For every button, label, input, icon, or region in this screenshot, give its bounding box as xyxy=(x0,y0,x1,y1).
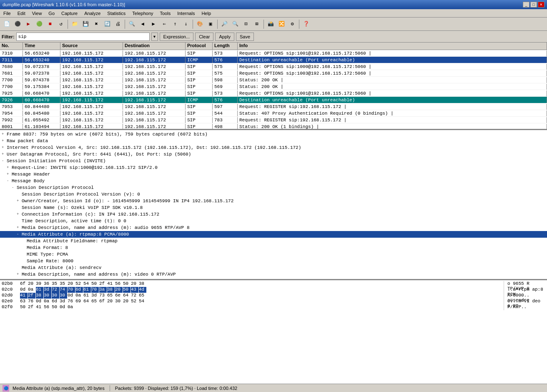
menu-item-help[interactable]: Help xyxy=(198,9,214,17)
menu-item-internals[interactable]: Internals xyxy=(174,9,198,17)
detail-row[interactable]: +User Datagram Protocol, Src Port: 6441 … xyxy=(0,151,547,158)
table-row[interactable]: 7680 59.072378 192.168.115.172 192.168.1… xyxy=(0,63,547,70)
new-capture-button[interactable]: 📄 xyxy=(2,19,12,29)
detail-row[interactable]: MIME Type: PCMA xyxy=(0,251,547,258)
table-row[interactable]: 7954 60.845480 192.168.115.172 192.168.1… xyxy=(0,110,547,117)
minimize-button[interactable]: _ xyxy=(523,2,529,8)
hex-pane[interactable]: 02b0 6f2039363535205254502f4156502038 o … xyxy=(0,280,547,384)
refresh-button[interactable]: ↺ xyxy=(56,19,66,29)
detail-row[interactable]: +Media Description, name and address (m)… xyxy=(0,224,547,231)
table-row[interactable]: 7311 56.653240 192.168.115.172 192.168.1… xyxy=(0,57,547,63)
print-button[interactable]: 🖨 xyxy=(113,19,123,29)
cell-proto: ICMP xyxy=(186,97,213,103)
menu-item-tools[interactable]: Tools xyxy=(157,9,174,17)
expand-icon[interactable]: - xyxy=(2,159,7,163)
close-file-button[interactable]: ✖ xyxy=(91,19,101,29)
expand-icon[interactable]: + xyxy=(17,199,22,203)
apply-button[interactable]: Apply xyxy=(215,33,234,41)
expand-icon[interactable]: - xyxy=(12,186,17,190)
expand-icon[interactable]: + xyxy=(17,272,22,276)
capture-start-button[interactable]: ⚫ xyxy=(13,19,23,29)
open-button[interactable]: 📁 xyxy=(70,19,80,29)
expand-icon[interactable]: + xyxy=(2,132,7,136)
table-row[interactable]: 7992 61.055492 192.168.115.172 192.168.1… xyxy=(0,117,547,123)
detail-row[interactable]: +Connection Information (c): IN IP4 192.… xyxy=(0,211,547,218)
menu-item-edit[interactable]: Edit xyxy=(14,9,29,17)
detail-row[interactable]: +Request-Line: INVITE sip:1000@192.168.1… xyxy=(0,164,547,171)
capture-restart-button[interactable]: 🟢 xyxy=(34,19,44,29)
table-row[interactable]: 7700 59.074378 192.168.115.172 192.168.1… xyxy=(0,77,547,83)
detail-row[interactable]: Session Description Protocol Version (v)… xyxy=(0,191,547,198)
packet-list-scroll[interactable]: 7310 56.653240 192.168.115.172 192.168.1… xyxy=(0,50,547,129)
maximize-button[interactable]: □ xyxy=(530,2,537,8)
go-last-button[interactable]: ⇓ xyxy=(181,19,191,29)
detail-row[interactable]: -Media Attribute (a): rtpmap:8 PCMA/8000 xyxy=(0,231,547,238)
zoom-fit-button[interactable]: ⊞ xyxy=(252,19,262,29)
menu-item-statistics[interactable]: Statistics xyxy=(104,9,129,17)
menu-item-view[interactable]: View xyxy=(29,9,45,17)
capture-options-button[interactable]: 📸 xyxy=(266,19,276,29)
expand-icon[interactable]: - xyxy=(7,179,12,183)
menu-item-telephony[interactable]: Telephony xyxy=(129,9,156,17)
help-button[interactable]: ❓ xyxy=(301,19,311,29)
expand-icon[interactable]: + xyxy=(2,152,7,156)
detail-row[interactable]: Time Description, active time (t): 0 0 xyxy=(0,218,547,224)
expression-button[interactable]: Expression... xyxy=(160,33,194,41)
go-prev-button[interactable]: ◀ xyxy=(138,19,148,29)
detail-row[interactable]: Session Name (s): Ozeki VoIP SIP SDK v10… xyxy=(0,204,547,211)
menu-item-analyze[interactable]: Analyze xyxy=(81,9,104,17)
detail-row[interactable]: Sample Rate: 8000 xyxy=(0,258,547,264)
save-filter-button[interactable]: Save xyxy=(236,33,254,41)
zoom-reset-button[interactable]: ⊡ xyxy=(241,19,251,29)
menu-item-capture[interactable]: Capture xyxy=(58,9,81,17)
detail-row[interactable]: +Media Description, name and address (m)… xyxy=(0,271,547,278)
capture-stop-button[interactable]: ▶ xyxy=(23,19,33,29)
detail-row[interactable]: -Session Description Protocol xyxy=(0,184,547,191)
detail-row[interactable]: +Raw packet data xyxy=(0,138,547,144)
go-first-button[interactable]: ⇑ xyxy=(170,19,180,29)
detail-row[interactable]: +Internet Protocol Version 4, Src: 192.1… xyxy=(0,144,547,151)
expand-icon[interactable]: + xyxy=(7,172,12,176)
menu-item-file[interactable]: File xyxy=(0,9,14,17)
detail-row[interactable]: Media Attribute Fieldname: rtpmap xyxy=(0,238,547,244)
detail-row[interactable]: -Session Initiation Protocol (INVITE) xyxy=(0,158,547,164)
table-row[interactable]: 7310 56.653240 192.168.115.172 192.168.1… xyxy=(0,50,547,57)
find-button[interactable]: 🔍 xyxy=(127,19,137,29)
detail-row[interactable]: +Owner/Creator, Session Id (o): - 161454… xyxy=(0,198,547,204)
expand-icon[interactable]: + xyxy=(2,139,7,143)
reload-button[interactable]: 🔄 xyxy=(102,19,112,29)
expand-icon[interactable]: - xyxy=(17,232,22,236)
filter-dropdown-button[interactable]: ▼ xyxy=(151,33,158,41)
detail-row[interactable]: Media Attribute (a): sendrecv xyxy=(0,264,547,271)
menu-item-go[interactable]: Go xyxy=(45,9,58,17)
zoom-out-button[interactable]: 🔍 xyxy=(230,19,240,29)
detail-row[interactable]: +Message Header xyxy=(0,171,547,178)
table-row[interactable]: 8001 61.103494 192.168.115.172 192.168.1… xyxy=(0,123,547,129)
expand-icon[interactable]: + xyxy=(7,166,12,170)
go-next-button[interactable]: ▶ xyxy=(148,19,158,29)
go-prev2-button[interactable]: ⇐ xyxy=(159,19,169,29)
save-button[interactable]: 💾 xyxy=(80,19,90,29)
detail-row[interactable]: -Message Body xyxy=(0,178,547,184)
table-row[interactable]: 7681 59.072378 192.168.115.172 192.168.1… xyxy=(0,70,547,77)
capture-stop2-button[interactable]: ■ xyxy=(45,19,55,29)
detail-row[interactable]: Media Format: 8 xyxy=(0,244,547,251)
display-filters-button[interactable]: ⚙ xyxy=(287,19,297,29)
capture-filters-button[interactable]: 🔀 xyxy=(276,19,286,29)
table-row[interactable]: 7953 60.844480 192.168.115.172 192.168.1… xyxy=(0,103,547,110)
expand-icon[interactable]: + xyxy=(17,226,22,230)
clear-button[interactable]: Clear xyxy=(195,33,213,41)
color-rules-button[interactable]: 🎨 xyxy=(195,19,205,29)
table-row[interactable]: 7926 60.668470 192.168.115.172 192.168.1… xyxy=(0,97,547,103)
table-row[interactable]: 7700 59.175384 192.168.115.172 192.168.1… xyxy=(0,83,547,90)
detail-pane[interactable]: +Frame 8837: 759 bytes on wire (6072 bit… xyxy=(0,130,547,280)
expand-icon[interactable]: + xyxy=(2,146,7,150)
detail-row[interactable]: +Frame 8837: 759 bytes on wire (6072 bit… xyxy=(0,131,547,138)
expand-icon[interactable]: + xyxy=(17,212,22,216)
filter-input[interactable] xyxy=(16,33,150,41)
table-row[interactable]: 7925 60.668470 192.168.115.172 192.168.1… xyxy=(0,90,547,97)
view-normal-button[interactable]: ▣ xyxy=(206,19,216,29)
close-button[interactable]: ✕ xyxy=(538,2,544,8)
packet-list[interactable]: No. Time Source Destination Protocol Len… xyxy=(0,43,547,130)
zoom-in-button[interactable]: 🔎 xyxy=(219,19,229,29)
